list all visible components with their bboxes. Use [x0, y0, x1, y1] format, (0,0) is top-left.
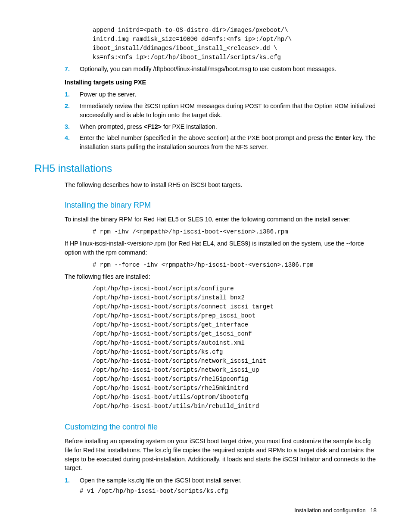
- heading-rh5-installations: RH5 installations: [34, 161, 377, 176]
- code-block-append: append initrd=<path-to-OS-distro-dir>/im…: [93, 26, 377, 62]
- footer-page-number: 18: [371, 507, 377, 513]
- code-rpm-force: # rpm --force -ihv <rpmpath>/hp-iscsi-bo…: [93, 261, 377, 270]
- step-number: 1.: [65, 476, 70, 485]
- step-number: 2.: [65, 102, 70, 111]
- list-item: 3. When prompted, press <F12> for PXE in…: [65, 122, 377, 131]
- ordered-list-ctl: 1. Open the sample ks.cfg file on the iS…: [65, 476, 377, 496]
- step-text: Enter the label number (specified in the…: [80, 134, 376, 150]
- list-item: 2. Immediately review the iSCSI option R…: [65, 102, 377, 119]
- ordered-list-top: 7. Optionally, you can modify /tftpboot/…: [65, 65, 377, 74]
- step-text: Immediately review the iSCSI option ROM …: [80, 103, 376, 118]
- step-number: 3.: [65, 122, 70, 131]
- footer-section: Installation and configuration: [294, 507, 366, 513]
- step-text: When prompted, press <F12> for PXE insta…: [80, 123, 217, 130]
- list-item: 4. Enter the label number (specified in …: [65, 134, 377, 151]
- ordered-list-pxe: 1. Power up the server. 2. Immediately r…: [65, 90, 377, 151]
- paragraph: Before installing an operating system on…: [65, 437, 377, 473]
- paragraph: The following describes how to install R…: [65, 180, 377, 190]
- code-file-list: /opt/hp/hp-iscsi-boot/scripts/configure …: [93, 284, 377, 411]
- list-item: 1. Power up the server.: [65, 90, 377, 99]
- step-text: Power up the server.: [80, 91, 136, 98]
- paragraph: If HP linux-iscsi-install-<version>.rpm …: [65, 239, 377, 257]
- step-number: 7.: [65, 65, 70, 74]
- page-container: append initrd=<path-to-OS-distro-dir>/im…: [0, 0, 411, 516]
- paragraph: The following files are installed:: [65, 272, 377, 281]
- heading-customizing-control-file: Customizing the control file: [65, 421, 377, 432]
- list-item: 7. Optionally, you can modify /tftpboot/…: [65, 65, 377, 74]
- list-item: 1. Open the sample ks.cfg file on the iS…: [65, 476, 377, 496]
- paragraph: To install the binary RPM for Red Hat EL…: [65, 215, 377, 224]
- heading-installing-rpm: Installing the binary RPM: [65, 199, 377, 211]
- code-vi-command: # vi /opt/hp/hp-iscsi-boot/scripts/ks.cf…: [80, 487, 377, 496]
- page-footer: Installation and configuration 18: [294, 507, 377, 515]
- step-text: Open the sample ks.cfg file on the iSCSI…: [80, 477, 242, 484]
- subheading-pxe: Installing targets using PXE: [65, 78, 377, 87]
- step-number: 1.: [65, 90, 70, 99]
- step-text: Optionally, you can modify /tftpboot/lin…: [80, 65, 336, 72]
- step-number: 4.: [65, 134, 70, 143]
- code-rpm-install: # rpm -ihv /<rpmpath>/hp-iscsi-boot-<ver…: [93, 227, 377, 236]
